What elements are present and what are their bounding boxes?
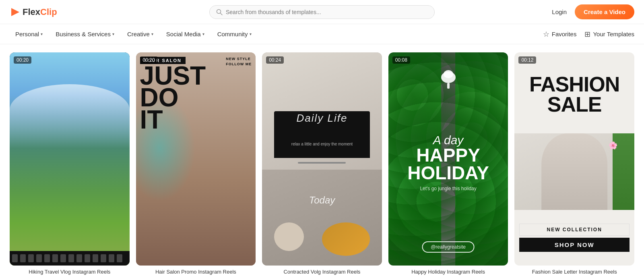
card-5-duration: 00:12 (518, 56, 536, 64)
nav-item-personal[interactable]: Personal ▾ (10, 27, 48, 41)
film-hole (44, 254, 50, 262)
card-4-desc: Let's go jungle this holiday (388, 186, 508, 191)
card-4-holiday: HOLIDAY (388, 164, 508, 182)
card-5-title: Fashion Sale Letter Instagram Reels (514, 269, 634, 275)
film-hole (52, 254, 58, 262)
film-hole (68, 254, 74, 262)
template-card-2[interactable]: 00:20 YOUR SALON NEW STYLEFOLLOW ME JUST… (136, 52, 256, 275)
nav-creative-label: Creative (127, 31, 150, 37)
card-5-thumbnail: 00:12 FASHION SALE 🌸 NEW (514, 52, 634, 266)
header: FlexClip Login Create a Video (0, 0, 644, 24)
nav-bar: Personal ▾ Business & Services ▾ Creativ… (0, 24, 644, 44)
card-2-duration: 00:20 (140, 56, 158, 64)
template-card-3[interactable]: 00:24 Daily Life relax a little and enjo… (262, 52, 382, 275)
card-4-happy: HAPPY (388, 147, 508, 164)
film-hole (117, 254, 122, 262)
card-4-thumbnail: 00:08 A day H (388, 52, 508, 266)
search-icon (216, 9, 223, 15)
card-4-text-block: A day HAPPY HOLIDAY Let's go jungle this… (388, 133, 508, 191)
card-2-thumbnail: 00:20 YOUR SALON NEW STYLEFOLLOW ME JUST… (136, 52, 256, 266)
card-1-thumbnail: 00:20 (10, 52, 130, 266)
create-video-button[interactable]: Create a Video (575, 4, 634, 19)
your-templates-link[interactable]: ⊞ Your Templates (584, 30, 634, 39)
card-5-new-collection: NEW COLLECTION (519, 224, 630, 236)
card-3-title: Contracted Volg Instagram Reels (262, 269, 382, 275)
nav-community-label: Community (217, 31, 248, 37)
nav-personal-label: Personal (15, 31, 39, 37)
film-hole (85, 254, 90, 262)
film-hole (76, 254, 82, 262)
film-hole (60, 254, 66, 262)
film-hole (28, 254, 34, 262)
nav-right: ☆ Favorites ⊞ Your Templates (543, 30, 634, 39)
logo-flex-text: Flex (23, 7, 40, 17)
card-4-title: Happy Holiday Instagram Reels (388, 269, 508, 275)
film-hole (93, 254, 98, 262)
svg-point-4 (444, 70, 453, 78)
card-2-newstyle: NEW STYLEFOLLOW ME (226, 56, 252, 66)
template-icon: ⊞ (584, 30, 590, 39)
card-1-duration: 00:20 (14, 56, 31, 64)
chevron-down-icon: ▾ (250, 32, 252, 36)
card-4-pill: @reallygreatsite (422, 241, 475, 253)
chevron-down-icon: ▾ (112, 32, 114, 36)
card-3-daily-text: Daily Life (262, 112, 382, 125)
card-5-headline: FASHION SALE (514, 52, 634, 133)
card-4-tree-icon (438, 69, 458, 93)
chevron-down-icon: ▾ (41, 32, 43, 36)
nav-item-social-media[interactable]: Social Media ▾ (161, 27, 210, 41)
card-3-today: Today (262, 195, 382, 206)
card-3-duration: 00:24 (266, 56, 284, 64)
svg-rect-5 (447, 83, 450, 89)
favorites-label: Favorites (552, 31, 577, 37)
favorites-link[interactable]: ☆ Favorites (543, 30, 577, 39)
star-icon: ☆ (543, 30, 549, 39)
nav-business-label: Business & Services (56, 31, 111, 37)
search-input[interactable] (226, 9, 428, 15)
card-5-sale: SALE (547, 95, 602, 114)
card-5-image-area: 🌸 (514, 133, 634, 210)
film-hole (109, 254, 114, 262)
card-5-fashion: FASHION (529, 75, 619, 94)
nav-item-creative[interactable]: Creative ▾ (122, 27, 159, 41)
search-bar[interactable] (209, 5, 435, 19)
card-1-title: Hiking Travel Vlog Instagram Reels (10, 269, 130, 275)
your-templates-label: Your Templates (593, 31, 634, 37)
nav-item-business[interactable]: Business & Services ▾ (50, 27, 120, 41)
card-2-it: IT (140, 109, 252, 131)
film-hole (12, 254, 18, 262)
template-card-1[interactable]: 00:20 (10, 52, 130, 275)
template-card-5[interactable]: 00:12 FASHION SALE 🌸 NEW (514, 52, 634, 275)
nav-social-label: Social Media (166, 31, 201, 37)
login-button[interactable]: Login (552, 8, 567, 15)
chevron-down-icon: ▾ (202, 32, 204, 36)
svg-line-2 (221, 13, 223, 15)
card-5-cta-area: NEW COLLECTION SHOP NOW (514, 210, 634, 266)
film-hole (20, 254, 26, 262)
template-card-4[interactable]: 00:08 A day H (388, 52, 508, 275)
nav-item-community[interactable]: Community ▾ (212, 27, 257, 41)
svg-marker-0 (11, 8, 19, 16)
card-2-title: Hair Salon Promo Instagram Reels (136, 269, 256, 275)
card-1-bg: WE DISCOVERED ADVENTURE place (10, 52, 130, 266)
film-hole (36, 254, 42, 262)
card-3-thumbnail: 00:24 Daily Life relax a little and enjo… (262, 52, 382, 266)
template-grid: 00:20 (0, 44, 644, 276)
card-4-duration: 00:08 (392, 56, 410, 64)
logo-clip-text: Clip (40, 7, 57, 17)
card-3-desc: relax a little and enjoy the moment (262, 142, 382, 146)
header-right: Login Create a Video (552, 4, 634, 19)
film-hole (101, 254, 106, 262)
film-strip-bottom (10, 251, 130, 266)
nav-left: Personal ▾ Business & Services ▾ Creativ… (10, 27, 543, 41)
logo[interactable]: FlexClip (10, 6, 57, 18)
chevron-down-icon: ▾ (151, 32, 153, 36)
card-5-shop-now: SHOP NOW (519, 238, 630, 252)
